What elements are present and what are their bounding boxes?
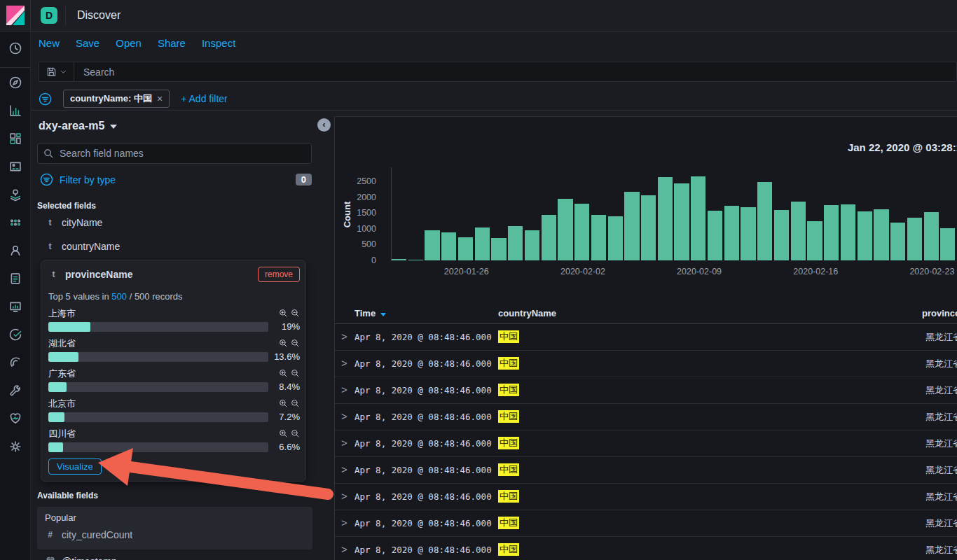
filter-by-type-button[interactable]: Filter by type: [60, 174, 116, 186]
histogram-bar[interactable]: [757, 182, 772, 260]
nav-item-management[interactable]: [7, 438, 24, 455]
zoom-in-icon[interactable]: [279, 339, 288, 348]
histogram-bar[interactable]: [641, 195, 656, 260]
add-filter-button[interactable]: + Add filter: [181, 93, 228, 104]
index-pattern-selector[interactable]: dxy-area-m5: [39, 120, 312, 132]
field-item-timestamp[interactable]: @timestamp: [37, 550, 312, 560]
zoom-in-icon[interactable]: [279, 309, 288, 318]
field-value-label: 湖北省: [48, 337, 76, 350]
nav-item-metrics[interactable]: [7, 298, 24, 315]
column-header-countryname[interactable]: countryName: [498, 308, 556, 318]
filter-chip-remove-icon[interactable]: ×: [157, 93, 163, 104]
histogram-bar[interactable]: [408, 260, 423, 260]
inspect-button[interactable]: Inspect: [202, 37, 235, 49]
histogram-bar[interactable]: [674, 183, 689, 260]
new-button[interactable]: New: [39, 37, 60, 49]
histogram-bar[interactable]: [574, 204, 589, 260]
field-item-cityname[interactable]: t cityName: [37, 211, 312, 234]
histogram-bar[interactable]: [708, 211, 722, 260]
zoom-out-icon[interactable]: [291, 339, 300, 348]
nav-item-canvas[interactable]: [7, 158, 24, 175]
histogram-bar[interactable]: [774, 210, 789, 260]
nav-item-dashboard[interactable]: [7, 130, 24, 147]
nav-item-visualize[interactable]: [7, 102, 24, 119]
nav-item-machine-learning[interactable]: [7, 214, 24, 231]
expand-row-icon[interactable]: >: [341, 384, 347, 396]
histogram-bar[interactable]: [824, 205, 839, 260]
histogram-bar[interactable]: [591, 215, 606, 260]
histogram-bar[interactable]: [441, 232, 456, 260]
nav-item-recently-viewed[interactable]: [7, 40, 24, 57]
histogram-bar[interactable]: [491, 238, 506, 260]
expand-row-icon[interactable]: >: [341, 437, 347, 449]
expand-row-icon[interactable]: >: [341, 357, 347, 369]
histogram-bar[interactable]: [558, 199, 572, 260]
field-item-city-curedcount[interactable]: # city_curedCount: [37, 524, 312, 545]
collapse-sidebar-button[interactable]: ‹: [317, 118, 331, 132]
histogram-bar[interactable]: [542, 215, 556, 261]
remove-field-button[interactable]: remove: [258, 267, 300, 282]
histogram-bar[interactable]: [791, 202, 806, 260]
save-button[interactable]: Save: [76, 37, 99, 49]
nav-item-logs[interactable]: [7, 270, 24, 287]
zoom-in-icon[interactable]: [279, 429, 288, 438]
expand-row-icon[interactable]: >: [341, 490, 347, 502]
nav-item-discover[interactable]: [7, 74, 24, 91]
zoom-in-icon[interactable]: [279, 369, 288, 378]
visualize-button[interactable]: Visualize: [48, 458, 102, 475]
histogram-bar[interactable]: [608, 216, 623, 260]
open-button[interactable]: Open: [116, 37, 142, 49]
nav-item-maps[interactable]: [7, 186, 24, 203]
filter-by-type-icon-wrap[interactable]: [40, 173, 53, 186]
histogram-bar[interactable]: [858, 211, 872, 260]
filter-chip-label: countryName: 中国: [70, 92, 152, 105]
share-button[interactable]: Share: [158, 37, 186, 49]
column-header-province[interactable]: province: [922, 308, 957, 318]
histogram-bar[interactable]: [392, 259, 406, 260]
expand-row-icon[interactable]: >: [341, 543, 347, 555]
table-row: > Apr 8, 2020 @ 08:48:46.000 中国 黑龙江省: [335, 404, 957, 430]
histogram-bar[interactable]: [691, 176, 705, 260]
histogram-bar[interactable]: [458, 237, 473, 260]
nav-item-graph[interactable]: [7, 242, 24, 259]
zoom-out-icon[interactable]: [291, 309, 300, 318]
histogram-bar[interactable]: [940, 228, 955, 260]
zoom-out-icon[interactable]: [291, 429, 300, 438]
zoom-in-icon[interactable]: [279, 399, 288, 408]
histogram-bar[interactable]: [508, 226, 523, 260]
field-item-countryname[interactable]: t countryName: [37, 234, 312, 258]
zoom-out-icon[interactable]: [291, 399, 300, 408]
expand-row-icon[interactable]: >: [341, 463, 347, 475]
expand-row-icon[interactable]: >: [341, 517, 347, 528]
column-header-time[interactable]: Time: [354, 308, 386, 318]
histogram-bar[interactable]: [807, 221, 822, 260]
nav-item-uptime[interactable]: [7, 326, 24, 343]
histogram-bar[interactable]: [525, 230, 539, 260]
histogram-bar[interactable]: [624, 192, 639, 260]
field-stats-summary: Top 5 values in 500 / 500 records: [48, 291, 300, 302]
histogram-bar[interactable]: [425, 230, 439, 260]
kibana-logo[interactable]: [0, 0, 31, 31]
histogram-bar[interactable]: [841, 204, 855, 260]
saved-query-menu-button[interactable]: [39, 62, 74, 81]
histogram-bar[interactable]: [475, 227, 490, 260]
nav-item-stack-monitoring[interactable]: [7, 410, 24, 427]
zoom-out-icon[interactable]: [291, 369, 300, 378]
document-table-header: Time countryName province: [335, 306, 957, 324]
histogram-bar[interactable]: [874, 209, 888, 260]
histogram-bar[interactable]: [924, 212, 939, 260]
nav-item-dev-tools[interactable]: [7, 382, 24, 399]
histogram-bar[interactable]: [741, 207, 755, 260]
histogram-bar[interactable]: [890, 223, 905, 260]
filter-options-button[interactable]: [39, 92, 52, 106]
histogram-bar[interactable]: [724, 206, 739, 260]
field-search-input[interactable]: [60, 148, 305, 159]
expand-row-icon[interactable]: >: [341, 330, 347, 342]
histogram-bar[interactable]: [658, 177, 673, 260]
records-sampled-link[interactable]: 500: [111, 291, 127, 302]
expand-row-icon[interactable]: >: [341, 410, 347, 422]
nav-item-apm[interactable]: [7, 354, 24, 371]
search-input[interactable]: [74, 62, 956, 81]
filter-chip-countryname[interactable]: countryName: 中国 ×: [63, 90, 170, 108]
histogram-bar[interactable]: [907, 218, 922, 260]
